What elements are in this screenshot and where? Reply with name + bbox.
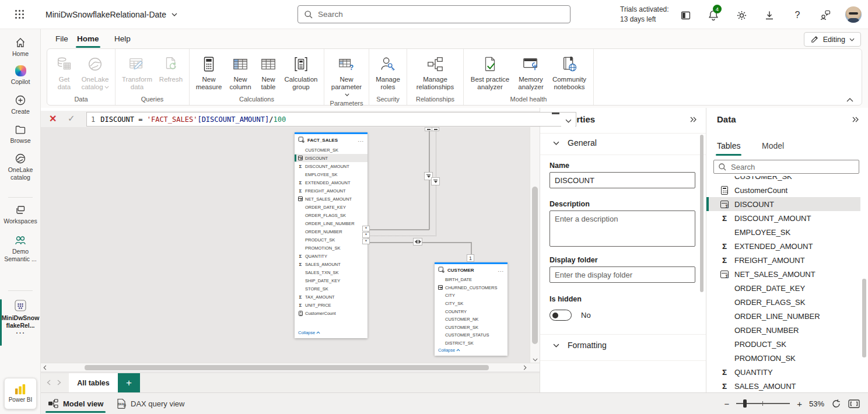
table-field-row[interactable]: EXTENDED_AMOUNT [295, 178, 368, 187]
table-field-row[interactable]: CustomerCount [295, 309, 368, 317]
table-field-row[interactable]: DISCOUNT_AMOUNT [295, 162, 368, 170]
sidebar-item-create[interactable]: Create [0, 94, 41, 115]
data-field-row[interactable]: ORDER_NUMBER [706, 323, 860, 337]
table-field-row[interactable]: ORDER_DATE_KEY [295, 203, 368, 211]
scrollbar-thumb[interactable] [532, 187, 538, 344]
table-field-row[interactable]: SALES_AMOUNT [295, 260, 368, 268]
collapse-table-link[interactable]: Collapse [298, 330, 320, 335]
collapse-panel-icon[interactable] [690, 117, 696, 122]
description-field[interactable] [550, 210, 695, 247]
refresh-button[interactable]: Refresh [156, 54, 186, 85]
tab-model[interactable]: Model [762, 141, 784, 150]
scroll-left-icon[interactable] [43, 365, 47, 370]
canvas-horizontal-scrollbar[interactable] [41, 363, 540, 371]
new-parameter-button[interactable]: ? New parameter [328, 54, 365, 100]
one-cardinality-marker[interactable]: 1 [467, 254, 474, 262]
table-field-row[interactable]: CHURNED_CUSTOMERS [435, 284, 508, 292]
transform-data-button[interactable]: Transform data [119, 54, 155, 92]
table-field-row[interactable]: CITY_SK [435, 300, 508, 308]
table-field-row[interactable]: CUSTOMER_SK [295, 146, 368, 154]
sidebar-item-onelake-catalog[interactable]: OneLake catalog [0, 153, 41, 181]
tab-all-tables[interactable]: All tables [69, 373, 118, 392]
get-data-button[interactable]: Get data [51, 54, 78, 92]
prev-layout-icon[interactable] [44, 378, 52, 387]
table-field-row[interactable]: STORE_SK [295, 285, 368, 293]
table-menu-icon[interactable]: ... [358, 137, 364, 143]
community-notebooks-button[interactable]: Community notebooks [549, 54, 590, 92]
memory-analyzer-button[interactable]: Memory analyzer [514, 54, 548, 92]
table-field-row[interactable]: SHIP_DATE_KEY [295, 276, 368, 285]
relationship-line-inactive[interactable] [369, 236, 436, 236]
table-field-row[interactable]: EMPLOYEE_SK [295, 170, 368, 178]
model-view-tab[interactable]: Model view [48, 393, 103, 414]
fit-to-screen-icon[interactable] [848, 399, 860, 408]
zoom-out-button[interactable]: − [724, 399, 729, 409]
feedback-icon[interactable] [818, 8, 832, 22]
name-field[interactable] [550, 172, 695, 188]
scroll-right-icon[interactable] [523, 365, 527, 370]
table-field-row[interactable]: PROMOTION_SK [295, 244, 368, 252]
many-cardinality-marker[interactable]: * [362, 232, 370, 238]
collapse-ribbon-icon[interactable] [846, 98, 853, 102]
filter-direction-arrow[interactable] [431, 177, 440, 185]
data-field-row[interactable]: EXTENDED_AMOUNT [706, 239, 860, 253]
table-header[interactable]: FACT_SALES ... [295, 134, 368, 146]
table-field-row[interactable]: SALES_TXN_SK [295, 268, 368, 276]
sidebar-item-workspaces[interactable]: Workspaces [0, 204, 41, 225]
formula-commit-icon[interactable]: ✓ [68, 113, 75, 124]
new-table-button[interactable]: New table [256, 54, 281, 92]
table-field-row[interactable]: ORDER_LINE_NUMBER [295, 219, 368, 227]
tab-tables[interactable]: Tables [717, 141, 740, 150]
sidebar-item-demo-semantic[interactable]: Demo Semantic ... [0, 234, 41, 262]
sidebar-item-copilot[interactable]: Copilot [0, 65, 41, 86]
sidebar-item-browse[interactable]: Browse [0, 124, 41, 145]
search-input[interactable]: Search [298, 5, 570, 23]
collapse-panel-icon[interactable] [852, 117, 859, 122]
table-field-row[interactable]: COUNTRY [435, 307, 508, 315]
add-layout-button[interactable]: + [118, 373, 140, 392]
table-field-row[interactable]: ORDER_NUMBER [295, 227, 368, 236]
onelake-catalog-button[interactable]: OneLake catalog [79, 54, 111, 92]
sidebar-item-home[interactable]: Home [0, 37, 41, 58]
is-hidden-toggle[interactable] [550, 310, 572, 321]
data-field-row[interactable]: PROMOTION_SK [706, 351, 860, 365]
calculation-group-button[interactable]: Calculation group [282, 54, 320, 92]
table-header[interactable]: CUSTOMER ... [435, 264, 508, 276]
formula-input[interactable]: 1 DISCOUNT = 'FACT_SALES'[DISCOUNT_AMOUN… [86, 112, 576, 127]
fit-refresh-icon[interactable] [831, 399, 841, 409]
table-field-row[interactable]: NET_SALES_AMOUNT [295, 195, 368, 203]
zoom-in-button[interactable]: + [797, 399, 802, 409]
next-layout-icon[interactable] [55, 378, 63, 387]
table-field-row[interactable]: DISTRICT_SK [435, 339, 508, 348]
notifications-bell-icon[interactable]: 4 [706, 8, 720, 22]
data-field-row[interactable]: ORDER_DATE_KEY [706, 281, 860, 295]
table-menu-icon[interactable]: ... [498, 267, 504, 273]
editing-mode-button[interactable]: Editing [804, 32, 861, 47]
data-field-row[interactable]: DISCOUNT_AMOUNT [706, 211, 860, 225]
collapse-table-link[interactable]: Collapse [438, 348, 460, 353]
table-field-row[interactable]: QUANTITY [295, 252, 368, 260]
relationship-line[interactable] [369, 229, 429, 230]
breadcrumb[interactable]: MiniDwSnowflakeRelational-Date [46, 0, 177, 29]
relationship-edge-stub[interactable] [432, 127, 439, 131]
panel-scrollbar-thumb[interactable] [862, 279, 866, 357]
model-diagram-canvas[interactable]: * * * 1 FACT_SALES ... CUSTOMER_SK [41, 127, 540, 373]
app-launcher-icon[interactable] [14, 9, 26, 20]
zoom-slider-thumb[interactable] [743, 399, 747, 408]
data-field-row[interactable]: PRODUCT_SK [706, 337, 860, 351]
sidebar-item-current-model[interactable]: MiniDwSnowflakeRel... [0, 299, 41, 329]
help-icon[interactable]: ? [790, 8, 804, 22]
table-field-row[interactable]: TAX_AMOUNT [295, 293, 368, 301]
sidebar-item-more[interactable]: ... [0, 325, 41, 336]
data-field-row[interactable]: EMPLOYEE_SK [706, 225, 860, 239]
table-field-row[interactable]: DISCOUNT [295, 154, 368, 162]
canvas-vertical-scrollbar[interactable] [530, 127, 540, 363]
section-general[interactable]: General [553, 138, 597, 148]
data-field-row[interactable]: QUANTITY [706, 365, 860, 379]
table-field-row[interactable]: ORDER_FLAGS_SK [295, 211, 368, 219]
data-field-row[interactable]: ORDER_LINE_NUMBER [706, 309, 860, 323]
data-field-row[interactable]: ORDER_FLAGS_SK [706, 295, 860, 309]
data-field-row[interactable]: CUSTOMER_SK [706, 176, 860, 183]
formula-resize-handle[interactable] [552, 113, 559, 114]
table-card-fact-sales[interactable]: FACT_SALES ... CUSTOMER_SK DISCOUNT [295, 132, 368, 338]
